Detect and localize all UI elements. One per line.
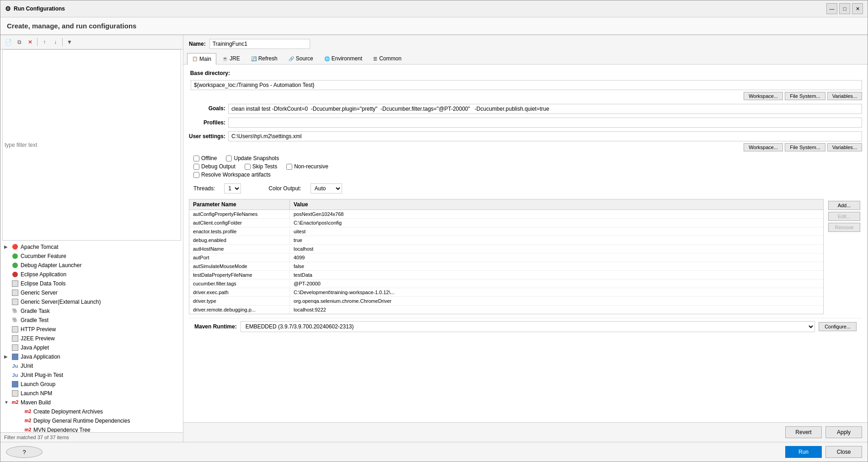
tree-item-junit[interactable]: Ju JUnit [0, 361, 183, 371]
tree-item-launch-npm[interactable]: Launch NPM [0, 389, 183, 398]
window-title: Run Configurations [14, 5, 65, 12]
filter-button[interactable]: ▼ [64, 37, 75, 47]
maven-runtime-label: Maven Runtime: [194, 323, 237, 330]
edit-param-button[interactable]: Edit... [828, 212, 860, 221]
user-settings-input[interactable] [228, 131, 862, 141]
revert-button[interactable]: Revert [785, 426, 822, 438]
tree-item-gradle-task[interactable]: 🐘 Gradle Task [0, 306, 183, 316]
filesystem-button-2[interactable]: File System... [785, 143, 825, 151]
export-button[interactable]: ↑ [39, 37, 49, 47]
param-value-0: posNextGen1024x768 [290, 210, 823, 218]
tree-item-label: Apache Tomcat [21, 244, 59, 250]
update-snapshots-checkbox[interactable] [226, 156, 232, 161]
param-row-3[interactable]: debug.enabled true [189, 236, 823, 245]
tree-item-label: Gradle Task [21, 308, 50, 314]
debug-output-checkbox-item[interactable]: Debug Output [193, 163, 236, 170]
variables-button-2[interactable]: Variables... [827, 143, 862, 151]
filter-status: Filter matched 37 of 37 items [0, 432, 183, 442]
tree-item-generic-server[interactable]: Generic Server [0, 288, 183, 297]
tree-item-label: Java Applet [21, 344, 49, 351]
param-row-7[interactable]: testDataPropertyFileName testData [189, 271, 823, 279]
run-button[interactable]: Run [785, 446, 822, 458]
tree-item-create-deployment[interactable]: m2 Create Deployment Archives [0, 407, 183, 416]
param-row-10[interactable]: driver.type org.openqa.selenium.chrome.C… [189, 297, 823, 306]
workspace-button-1[interactable]: Workspace... [744, 92, 783, 100]
param-row-1[interactable]: autClient.configFolder C:\Enactor\pos\co… [189, 219, 823, 227]
close-button[interactable]: Close [825, 446, 862, 458]
tree-item-label: J2EE Preview [21, 335, 55, 342]
maven-runtime-select[interactable]: EMBEDDED (3.9.7/3.9.700.20240602-2313) [241, 321, 815, 332]
tree-item-java-applet[interactable]: Java Applet [0, 343, 183, 352]
tree-item-eclipse-application[interactable]: Eclipse Application [0, 270, 183, 279]
param-row-9[interactable]: driver.exec.path C:\Development\training… [189, 288, 823, 297]
color-output-select[interactable]: Auto Always Never [311, 183, 342, 193]
tree-item-label: Cucumber Feature [21, 253, 66, 259]
non-recursive-checkbox[interactable] [286, 164, 292, 170]
name-input[interactable] [209, 39, 310, 49]
tab-source[interactable]: 🔗 Source [284, 53, 318, 64]
resolve-workspace-checkbox[interactable] [193, 172, 199, 178]
tab-common[interactable]: ☰ Common [368, 53, 407, 64]
maximize-button[interactable]: □ [839, 3, 850, 14]
threads-select[interactable]: 1 2 4 [224, 183, 241, 193]
param-row-5[interactable]: autPort 4099 [189, 253, 823, 262]
delete-button[interactable]: ✕ [25, 37, 35, 47]
tree-item-j2ee-preview[interactable]: J2EE Preview [0, 334, 183, 343]
close-button[interactable]: ✕ [852, 3, 863, 14]
data-tools-icon [11, 280, 19, 287]
tree-item-java-application[interactable]: ▶ Java Application [0, 352, 183, 361]
tree-item-label: Java Application [21, 354, 60, 360]
variables-button-1[interactable]: Variables... [827, 92, 862, 100]
toolbar-separator [37, 38, 38, 46]
tab-main[interactable]: 📋 Main [187, 53, 216, 64]
minimize-button[interactable]: — [826, 3, 837, 14]
workspace-button-2[interactable]: Workspace... [744, 143, 783, 151]
tab-refresh[interactable]: 🔄 Refresh [246, 53, 283, 64]
skip-tests-checkbox[interactable] [245, 164, 251, 170]
duplicate-button[interactable]: ⧉ [14, 37, 24, 47]
goals-input[interactable] [228, 104, 862, 114]
base-directory-input[interactable] [191, 80, 862, 90]
tree-item-launch-group[interactable]: Launch Group [0, 380, 183, 389]
import-button[interactable]: ↓ [50, 37, 60, 47]
new-config-button[interactable]: 📄 [3, 37, 13, 47]
maven-build-icon: m2 [11, 399, 19, 406]
add-param-button[interactable]: Add... [828, 201, 860, 210]
tree-item-gradle-test[interactable]: 🐘 Gradle Test [0, 316, 183, 325]
help-button[interactable]: ? [6, 446, 43, 458]
maven-runtime-row: Maven Runtime: EMBEDDED (3.9.7/3.9.700.2… [189, 318, 862, 335]
tree-item-cucumber-feature[interactable]: Cucumber Feature [0, 252, 183, 261]
filter-input[interactable] [2, 49, 181, 241]
offline-checkbox-item[interactable]: Offline [193, 155, 217, 161]
tree-item-http-preview[interactable]: HTTP Preview [0, 325, 183, 334]
remove-param-button[interactable]: Remove [828, 223, 860, 232]
filesystem-button-1[interactable]: File System... [785, 92, 825, 100]
tab-jre[interactable]: ☕ JRE [217, 53, 245, 64]
non-recursive-checkbox-item[interactable]: Non-recursive [286, 163, 328, 170]
tree-item-apache-tomcat[interactable]: ▶ 🔴 Apache Tomcat [0, 242, 183, 252]
tab-environment[interactable]: 🌐 Environment [319, 53, 367, 64]
tree-item-label: Launch NPM [21, 390, 52, 397]
apply-button[interactable]: Apply [825, 426, 862, 438]
param-row-0[interactable]: autConfigPropertyFileNames posNextGen102… [189, 210, 823, 219]
configure-button[interactable]: Configure... [819, 322, 857, 331]
tree-item-eclipse-data-tools[interactable]: Eclipse Data Tools [0, 279, 183, 288]
update-snapshots-checkbox-item[interactable]: Update Snapshots [226, 155, 279, 161]
param-row-11[interactable]: driver.remote.debugging.p... localhost:9… [189, 306, 823, 314]
refresh-tab-icon: 🔄 [251, 56, 257, 61]
tree-item-debug-adapter[interactable]: Debug Adapter Launcher [0, 261, 183, 270]
tree-item-generic-server-ext[interactable]: Generic Server(External Launch) [0, 297, 183, 306]
param-row-8[interactable]: cucumber.filter.tags @PT-20000 [189, 279, 823, 288]
tree-item-mvn-dep-tree[interactable]: m2 MVN Dependency Tree [0, 425, 183, 433]
debug-output-checkbox[interactable] [193, 164, 199, 170]
tree-item-maven-build[interactable]: ▼ m2 Maven Build [0, 398, 183, 407]
param-row-2[interactable]: enactor.tests.profile uitest [189, 227, 823, 236]
tree-item-junit-plugin[interactable]: Ju JUnit Plug-in Test [0, 371, 183, 380]
tree-item-deploy-general[interactable]: m2 Deploy General Runtime Dependencies [0, 416, 183, 425]
param-row-4[interactable]: autHostName localhost [189, 245, 823, 253]
skip-tests-checkbox-item[interactable]: Skip Tests [245, 163, 277, 170]
param-row-6[interactable]: autSimulateMouseMode false [189, 262, 823, 271]
resolve-workspace-checkbox-item[interactable]: Resolve Workspace artifacts [193, 172, 271, 178]
offline-checkbox[interactable] [193, 156, 199, 161]
profiles-input[interactable] [228, 118, 862, 128]
